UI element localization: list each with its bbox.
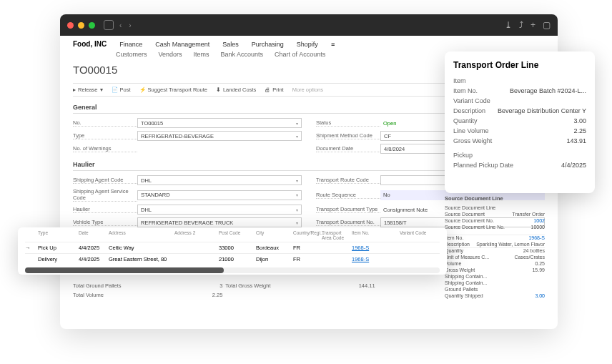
col-item: Item No. (352, 230, 398, 240)
table-row[interactable]: → Pick Up 4/4/2025 Celtic Way 33000 Bord… (25, 242, 440, 253)
back-button[interactable]: ‹ (119, 21, 122, 29)
table-row[interactable]: Delivery 4/4/2025 Great Eastern Street, … (25, 253, 440, 265)
volume-label: Total Volume (73, 292, 104, 298)
itemno-label: Item No. (453, 87, 478, 94)
suggest-route-button[interactable]: ⚡ Suggest Transport Route (139, 87, 207, 93)
sac-label: Shipping Agent Code (73, 177, 137, 184)
planned-label: Planned Pickup Date (453, 162, 513, 169)
haulier-label: Haulier (73, 206, 137, 213)
sidebar-toggle-icon[interactable] (104, 20, 114, 30)
print-button[interactable]: 🖨 Print (265, 87, 283, 93)
nav-sales[interactable]: Sales (222, 41, 239, 48)
veh-label: Vehicle Type (73, 219, 137, 226)
minimize-window[interactable] (78, 22, 84, 29)
upload-icon[interactable]: ⤴ (519, 20, 523, 30)
desc-label: Description (453, 107, 485, 114)
source-doc-panel: Source Document Line Source Document Lin… (445, 195, 545, 299)
maximize-window[interactable] (89, 22, 95, 29)
transport-order-line-card: Transport Order Line Item Item No.Bevera… (445, 51, 595, 193)
lines-overlay: Type Date Address Address 2 Post Code Ci… (18, 227, 447, 275)
sasc-label: Shipping Agent Service Code (73, 188, 137, 202)
nav-arrows: ‹ › (119, 21, 132, 29)
col-date: Date (79, 230, 107, 240)
variant-label: Variant Code (453, 97, 490, 104)
nav-shopify[interactable]: Shopify (297, 41, 318, 48)
volume-value: 2.25 (212, 292, 223, 298)
trc-label: Transport Route Code (316, 177, 380, 184)
item-link[interactable]: 1968-S (352, 245, 398, 251)
pallets-value: 3 (219, 282, 222, 289)
horizontal-scrollbar[interactable] (25, 267, 440, 273)
gross-value: 144.11 (359, 282, 375, 289)
share-icon[interactable]: ⤓ (505, 20, 512, 30)
release-button[interactable]: ▸ Release ▾ (73, 87, 103, 93)
titlebar: ‹ › ⤓ ⤴ + ▢ (60, 14, 558, 36)
qty-value: 3.00 (573, 117, 586, 124)
window-controls (67, 22, 95, 29)
subnav-coa[interactable]: Chart of Accounts (275, 51, 325, 58)
subnav-vendors[interactable]: Vendors (159, 51, 182, 58)
card-title: Transport Order Line (453, 60, 586, 70)
col-type: Type (38, 230, 77, 240)
forward-button[interactable]: › (129, 21, 131, 29)
post-button[interactable]: 📄 Post (112, 87, 131, 93)
docdate-label: Document Date (316, 145, 380, 152)
shipmethod-label: Shipment Method Code (316, 132, 380, 139)
item-label: Item (453, 77, 466, 84)
gross-value: 143.91 (566, 137, 586, 144)
more-options[interactable]: More options (292, 87, 323, 93)
no-input[interactable]: TO00015 (137, 118, 302, 128)
planned-value: 4/4/2025 (561, 162, 586, 169)
sourcedoc-heading: Source Document Line (445, 195, 545, 202)
warnings-value (137, 144, 302, 154)
general-heading: General (73, 104, 97, 111)
sac-input[interactable]: DHL (137, 175, 302, 185)
col-city: City (256, 230, 292, 240)
status-label: Status (316, 119, 380, 127)
col-area: Transport Area Code (322, 230, 350, 240)
add-tab-icon[interactable]: + (530, 20, 536, 30)
col-addr2: Address 2 (174, 230, 217, 240)
gross-label: Gross Weight (453, 137, 492, 144)
tdn-label: Transport Document No. (316, 219, 380, 226)
type-label: Type (73, 132, 137, 139)
linevol-value: 2.25 (573, 127, 586, 134)
item-link[interactable]: 1968-S (352, 256, 398, 262)
menu-icon[interactable]: ≡ (331, 41, 335, 48)
pallets-label: Total Ground Pallets (73, 282, 122, 289)
rs-label: Route Sequence (316, 192, 380, 199)
col-variant: Variant Code (400, 230, 435, 240)
haulier-input[interactable]: DHL (137, 205, 302, 215)
no-label: No. (73, 119, 137, 127)
col-addr: Address (109, 230, 173, 240)
col-post: Post Code (219, 230, 255, 240)
landed-costs-button[interactable]: ⬇ Landed Costs (216, 87, 256, 93)
nav-cash[interactable]: Cash Management (155, 41, 209, 48)
pickup-label: Pickup (453, 152, 473, 159)
company-name: Food, INC (73, 40, 107, 48)
nav-purchasing[interactable]: Purchasing (252, 41, 284, 48)
close-window[interactable] (67, 22, 74, 29)
desc-value: Beverage Distribution Center Y (498, 107, 586, 114)
warnings-label: No. of Warnings (73, 145, 137, 152)
qty-label: Quantity (453, 117, 478, 124)
linevol-label: Line Volume (453, 127, 489, 134)
tabs-icon[interactable]: ▢ (543, 20, 551, 30)
subnav-items[interactable]: Items (194, 51, 209, 58)
tdt-label: Transport Document Type (316, 206, 380, 213)
subnav-bank[interactable]: Bank Accounts (221, 51, 264, 58)
type-input[interactable]: REFRIGERATED-BEVERAGE (137, 131, 302, 141)
nav-finance[interactable]: Finance (119, 41, 142, 48)
itemno-value: Beverage Batch #2024-L... (510, 87, 586, 94)
veh-input[interactable]: REFRIGERATED BEVERAGE TRUCK (137, 217, 302, 227)
sasc-input[interactable]: STANDARD (137, 190, 302, 200)
subnav-customers[interactable]: Customers (116, 51, 147, 58)
gross-label: Total Gross Weight (225, 282, 270, 289)
col-country: Country/Regi... (293, 230, 320, 240)
haulier-heading: Haulier (73, 161, 95, 168)
